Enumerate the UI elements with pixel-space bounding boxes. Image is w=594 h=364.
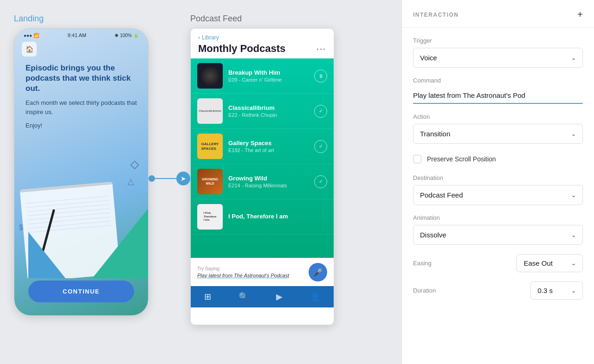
animation-select[interactable]: Dissolve ⌄ [413, 225, 583, 245]
easing-select[interactable]: Ease Out ⌄ [517, 254, 583, 272]
panel-body: Trigger Voice ⌄ Command Action Transitio… [402, 28, 594, 364]
duration-row: Duration 0.3 s ⌄ [413, 281, 583, 300]
preserve-scroll-row: Preserve Scroll Position [413, 153, 583, 165]
battery-label: 100% [120, 33, 132, 38]
podcast-feed-phone: ‹ Library Monthly Podcasts ··· [190, 28, 334, 325]
thumb-ipod: I Pod,ThereforeI Am [197, 204, 223, 230]
thumb-growing: GROWINGWILD [197, 169, 223, 194]
doodle-triangle: △ [128, 176, 134, 186]
podcast-header: ‹ Library Monthly Podcasts ··· [191, 29, 334, 58]
nav-search-icon[interactable]: 🔍 [239, 292, 249, 302]
action-select[interactable]: Transition ⌄ [413, 124, 583, 144]
destination-label: Destination [413, 174, 583, 181]
easing-row: Easing Ease Out ⌄ [413, 254, 583, 272]
animation-label: Animation [413, 214, 583, 221]
animation-group: Animation Dissolve ⌄ [413, 214, 583, 245]
doodle-dollar: $ [19, 224, 23, 232]
podcast-info-2: Classicallibrium E22 - Rethink Chopin [228, 104, 309, 118]
nav-user-icon[interactable]: 👤 [310, 292, 320, 302]
bluetooth-icon: ✱ [115, 33, 118, 38]
arrow-start-dot [148, 175, 155, 182]
command-label: Command [413, 77, 583, 84]
landing-enjoy: Enjoy! [26, 122, 137, 129]
voice-command-text: Play latest from The Astronaut's Podcast [197, 273, 309, 278]
landing-phone: ●●● 📶 9:41 AM ✱ 100% 🔋 🏠 [14, 28, 148, 316]
doodle-diamond: ◇ [130, 158, 139, 171]
check-icon-3[interactable]: ✓ [314, 140, 327, 153]
command-group: Command [413, 77, 583, 104]
podcast-title: Monthly Podcasts [198, 43, 285, 55]
panel-title: INTERACTION [413, 12, 459, 18]
landing-status-bar: ●●● 📶 9:41 AM ✱ 100% 🔋 [14, 29, 148, 42]
podcast-item-4[interactable]: GROWINGWILD Growing Wild E214 - Raising … [191, 164, 334, 199]
podcast-item-5[interactable]: I Pod,ThereforeI Am I Pod, Therefore I a… [191, 199, 334, 235]
podcast-info-4: Growing Wild E214 - Raising Millennials [228, 175, 309, 188]
duration-select[interactable]: 0.3 s ⌄ [530, 281, 583, 300]
landing-title: Episodic brings you the podcasts that we… [26, 63, 137, 94]
podcast-info-5: I Pod, Therefore I am [228, 213, 327, 221]
panel-header: INTERACTION + [402, 0, 594, 28]
battery-area: ✱ 100% 🔋 [115, 33, 139, 38]
action-group: Action Transition ⌄ [413, 113, 583, 144]
podcast-item-1[interactable]: Breakup With Him E09 - Career n' Girltim… [191, 58, 334, 94]
podcast-list: Breakup With Him E09 - Career n' Girltim… [191, 58, 334, 258]
battery-icon: 🔋 [133, 33, 139, 38]
mic-button[interactable]: 🎤 [309, 263, 327, 281]
landing-illustration: ◇ △ $ [14, 148, 148, 278]
green-decoration [92, 209, 148, 278]
trigger-value: Voice [420, 54, 437, 62]
trigger-group: Trigger Voice ⌄ [413, 37, 583, 68]
status-time: 9:41 AM [68, 32, 86, 38]
thumb-breakup [197, 63, 223, 89]
arrow-connector: ➤ [148, 172, 190, 185]
arrow-line [155, 178, 176, 179]
preserve-scroll-checkbox[interactable] [413, 155, 421, 163]
check-icon-2[interactable]: ✓ [314, 105, 327, 118]
arrow-end-circle: ➤ [176, 172, 190, 185]
podcast-info-1: Breakup With Him E09 - Career n' Girltim… [228, 69, 309, 83]
podcast-item-3[interactable]: GALLERYSPACES Gallery Spaces E192 - The … [191, 129, 334, 164]
signal-icons: ●●● 📶 [24, 33, 39, 38]
duration-value: 0.3 s [537, 287, 553, 294]
bottom-navigation: ⊞ 🔍 ▶ 👤 [191, 286, 334, 307]
nav-grid-icon[interactable]: ⊞ [204, 292, 211, 302]
preserve-scroll-label: Preserve Scroll Position [427, 155, 496, 163]
home-icon-area: 🏠 [14, 42, 148, 58]
trigger-select[interactable]: Voice ⌄ [413, 48, 583, 68]
thumb-gallery: GALLERYSPACES [197, 134, 223, 159]
destination-chevron-icon: ⌄ [571, 192, 576, 198]
nav-play-icon[interactable]: ▶ [276, 292, 283, 302]
easing-label: Easing [413, 260, 432, 267]
trigger-chevron-icon: ⌄ [571, 55, 576, 61]
podcast-feed-label: Podcast Feed [190, 14, 334, 24]
thumb-classical: ClassicalLibrium [197, 98, 223, 124]
animation-chevron-icon: ⌄ [571, 232, 576, 238]
animation-value: Dissolve [420, 231, 446, 239]
action-label: Action [413, 113, 583, 120]
duration-chevron-icon: ⌄ [571, 287, 576, 294]
blue-decoration [28, 232, 65, 278]
landing-content: Episodic brings you the podcasts that we… [14, 58, 148, 129]
trigger-label: Trigger [413, 37, 583, 44]
landing-subtitle: Each month we select thirty podcasts tha… [26, 98, 137, 116]
voice-assistant-bar: Try Saying: Play latest from The Astrona… [191, 258, 334, 286]
more-options[interactable]: ··· [316, 44, 326, 54]
continue-button[interactable]: CONTINUE [28, 281, 134, 302]
easing-chevron-icon: ⌄ [571, 260, 576, 267]
back-navigation: ‹ Library [198, 34, 326, 41]
destination-select[interactable]: Podcast Feed ⌄ [413, 185, 583, 205]
destination-value: Podcast Feed [420, 191, 463, 199]
check-icon-4[interactable]: ✓ [314, 175, 327, 188]
podcast-item-2[interactable]: ClassicalLibrium Classicallibrium E22 - … [191, 94, 334, 129]
landing-label: Landing [14, 14, 148, 24]
command-input[interactable] [413, 88, 583, 104]
duration-label: Duration [413, 287, 436, 294]
podcast-info-3: Gallery Spaces E192 - The art of art [228, 140, 309, 153]
pause-icon[interactable]: ⏸ [314, 70, 327, 83]
action-chevron-icon: ⌄ [571, 131, 576, 137]
easing-value: Ease Out [523, 259, 553, 267]
action-value: Transition [420, 130, 450, 138]
add-interaction-button[interactable]: + [577, 9, 583, 20]
destination-group: Destination Podcast Feed ⌄ [413, 174, 583, 205]
home-icon: 🏠 [22, 42, 37, 57]
